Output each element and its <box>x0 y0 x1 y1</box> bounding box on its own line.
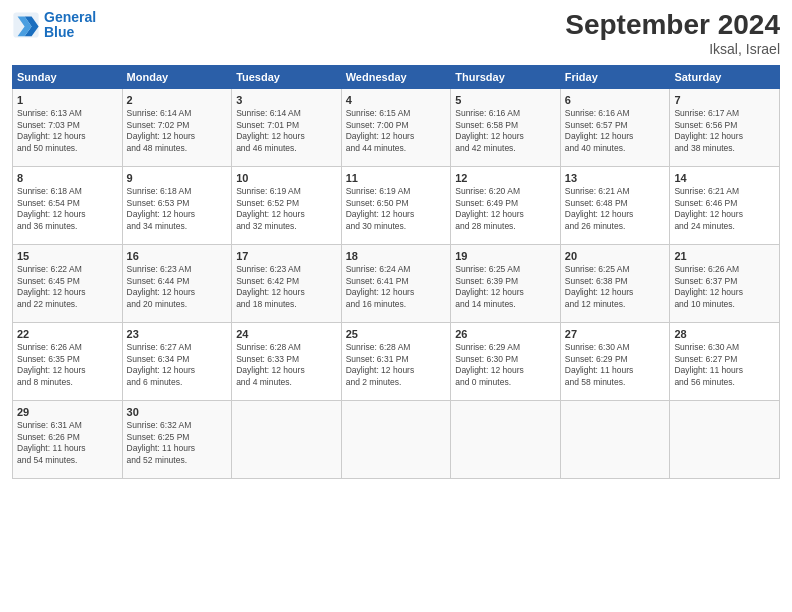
table-row <box>451 400 561 478</box>
table-row: 27Sunrise: 6:30 AMSunset: 6:29 PMDayligh… <box>560 322 670 400</box>
table-row: 8Sunrise: 6:18 AMSunset: 6:54 PMDaylight… <box>13 166 123 244</box>
logo: General Blue <box>12 10 96 41</box>
table-row: 29Sunrise: 6:31 AMSunset: 6:26 PMDayligh… <box>13 400 123 478</box>
calendar-body: 1Sunrise: 6:13 AMSunset: 7:03 PMDaylight… <box>13 88 780 478</box>
table-row: 11Sunrise: 6:19 AMSunset: 6:50 PMDayligh… <box>341 166 451 244</box>
table-row: 12Sunrise: 6:20 AMSunset: 6:49 PMDayligh… <box>451 166 561 244</box>
calendar-subtitle: Iksal, Israel <box>565 41 780 57</box>
table-row: 15Sunrise: 6:22 AMSunset: 6:45 PMDayligh… <box>13 244 123 322</box>
week-row-3: 15Sunrise: 6:22 AMSunset: 6:45 PMDayligh… <box>13 244 780 322</box>
col-sunday: Sunday <box>13 65 123 88</box>
week-row-2: 8Sunrise: 6:18 AMSunset: 6:54 PMDaylight… <box>13 166 780 244</box>
table-row: 2Sunrise: 6:14 AMSunset: 7:02 PMDaylight… <box>122 88 232 166</box>
table-row <box>670 400 780 478</box>
table-row: 23Sunrise: 6:27 AMSunset: 6:34 PMDayligh… <box>122 322 232 400</box>
table-row: 19Sunrise: 6:25 AMSunset: 6:39 PMDayligh… <box>451 244 561 322</box>
page: General Blue September 2024 Iksal, Israe… <box>0 0 792 612</box>
table-row: 28Sunrise: 6:30 AMSunset: 6:27 PMDayligh… <box>670 322 780 400</box>
table-row: 18Sunrise: 6:24 AMSunset: 6:41 PMDayligh… <box>341 244 451 322</box>
table-row: 13Sunrise: 6:21 AMSunset: 6:48 PMDayligh… <box>560 166 670 244</box>
table-row: 9Sunrise: 6:18 AMSunset: 6:53 PMDaylight… <box>122 166 232 244</box>
col-tuesday: Tuesday <box>232 65 342 88</box>
col-friday: Friday <box>560 65 670 88</box>
table-row: 24Sunrise: 6:28 AMSunset: 6:33 PMDayligh… <box>232 322 342 400</box>
table-row: 7Sunrise: 6:17 AMSunset: 6:56 PMDaylight… <box>670 88 780 166</box>
table-row: 10Sunrise: 6:19 AMSunset: 6:52 PMDayligh… <box>232 166 342 244</box>
table-row: 4Sunrise: 6:15 AMSunset: 7:00 PMDaylight… <box>341 88 451 166</box>
table-row: 25Sunrise: 6:28 AMSunset: 6:31 PMDayligh… <box>341 322 451 400</box>
week-row-4: 22Sunrise: 6:26 AMSunset: 6:35 PMDayligh… <box>13 322 780 400</box>
table-row: 5Sunrise: 6:16 AMSunset: 6:58 PMDaylight… <box>451 88 561 166</box>
logo-icon <box>12 11 40 39</box>
title-block: September 2024 Iksal, Israel <box>565 10 780 57</box>
table-row <box>232 400 342 478</box>
table-row: 14Sunrise: 6:21 AMSunset: 6:46 PMDayligh… <box>670 166 780 244</box>
table-row: 1Sunrise: 6:13 AMSunset: 7:03 PMDaylight… <box>13 88 123 166</box>
table-row: 22Sunrise: 6:26 AMSunset: 6:35 PMDayligh… <box>13 322 123 400</box>
logo-general: General <box>44 9 96 25</box>
logo-blue: Blue <box>44 24 74 40</box>
header-row: Sunday Monday Tuesday Wednesday Thursday… <box>13 65 780 88</box>
table-row <box>341 400 451 478</box>
calendar-title: September 2024 <box>565 10 780 41</box>
table-row: 3Sunrise: 6:14 AMSunset: 7:01 PMDaylight… <box>232 88 342 166</box>
week-row-5: 29Sunrise: 6:31 AMSunset: 6:26 PMDayligh… <box>13 400 780 478</box>
table-row: 16Sunrise: 6:23 AMSunset: 6:44 PMDayligh… <box>122 244 232 322</box>
table-row: 20Sunrise: 6:25 AMSunset: 6:38 PMDayligh… <box>560 244 670 322</box>
table-row: 26Sunrise: 6:29 AMSunset: 6:30 PMDayligh… <box>451 322 561 400</box>
header: General Blue September 2024 Iksal, Israe… <box>12 10 780 57</box>
table-row <box>560 400 670 478</box>
table-row: 30Sunrise: 6:32 AMSunset: 6:25 PMDayligh… <box>122 400 232 478</box>
col-monday: Monday <box>122 65 232 88</box>
table-row: 21Sunrise: 6:26 AMSunset: 6:37 PMDayligh… <box>670 244 780 322</box>
table-row: 17Sunrise: 6:23 AMSunset: 6:42 PMDayligh… <box>232 244 342 322</box>
col-thursday: Thursday <box>451 65 561 88</box>
calendar-table: Sunday Monday Tuesday Wednesday Thursday… <box>12 65 780 479</box>
logo-text: General Blue <box>44 10 96 41</box>
table-row: 6Sunrise: 6:16 AMSunset: 6:57 PMDaylight… <box>560 88 670 166</box>
col-saturday: Saturday <box>670 65 780 88</box>
col-wednesday: Wednesday <box>341 65 451 88</box>
week-row-1: 1Sunrise: 6:13 AMSunset: 7:03 PMDaylight… <box>13 88 780 166</box>
